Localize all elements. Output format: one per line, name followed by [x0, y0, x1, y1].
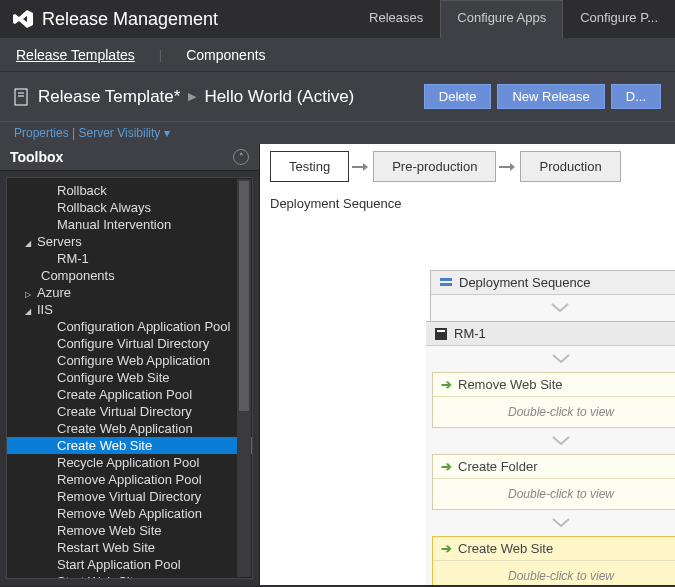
tree-item[interactable]: Create Web Application: [7, 420, 252, 437]
tree-item[interactable]: Remove Virtual Directory: [7, 488, 252, 505]
tree-container: RollbackRollback AlwaysManual Interventi…: [6, 177, 253, 579]
tree-item[interactable]: Configure Virtual Directory: [7, 335, 252, 352]
environment-tab[interactable]: Testing: [270, 151, 349, 182]
new-release-button[interactable]: New Release: [497, 84, 604, 109]
tree-item[interactable]: Components: [7, 267, 252, 284]
toolbox-title: Toolbox: [10, 149, 63, 165]
dropdown-icon[interactable]: ▾: [164, 126, 170, 140]
tree-item[interactable]: ▷Azure: [7, 284, 252, 301]
tree-item[interactable]: Create Web Site: [7, 437, 252, 454]
chevron-down-icon: [550, 301, 570, 315]
chevron-down-icon: [551, 352, 571, 366]
svg-rect-8: [437, 330, 445, 332]
tree-item[interactable]: Create Virtual Directory: [7, 403, 252, 420]
vs-logo-icon: [12, 8, 34, 30]
toolbox-header: Toolbox ˄: [0, 144, 259, 171]
properties-link[interactable]: Properties: [14, 126, 69, 140]
step-label: Create Web Site: [458, 541, 553, 556]
tree-item[interactable]: Configuration Application Pool: [7, 318, 252, 335]
server-icon: [434, 327, 448, 341]
tree-item[interactable]: ◢Servers: [7, 233, 252, 250]
content-area: Toolbox ˄ RollbackRollback AlwaysManual …: [0, 144, 675, 585]
tree-item[interactable]: Configure Web Application: [7, 352, 252, 369]
play-icon: ➔: [441, 459, 452, 474]
duplicate-button[interactable]: D...: [611, 84, 661, 109]
header-tab[interactable]: Releases: [352, 0, 440, 38]
chevron-right-icon: ▶: [188, 90, 196, 103]
toolbox-panel: Toolbox ˄ RollbackRollback AlwaysManual …: [0, 144, 260, 585]
page-title: Release Template*: [38, 87, 180, 107]
tree-item[interactable]: Remove Web Site: [7, 522, 252, 539]
app-header: Release Management ReleasesConfigure App…: [0, 0, 675, 38]
tree-item[interactable]: RM-1: [7, 250, 252, 267]
tree-item[interactable]: Remove Web Application: [7, 505, 252, 522]
svg-rect-7: [435, 328, 447, 340]
tree-item[interactable]: Rollback: [7, 182, 252, 199]
server-name: RM-1: [454, 326, 486, 341]
workflow-step[interactable]: ➔Create Web SiteDouble-click to view: [432, 536, 675, 585]
step-label: Create Folder: [458, 459, 537, 474]
divider: |: [159, 47, 162, 62]
scrollbar[interactable]: [237, 179, 251, 577]
step-hint: Double-click to view: [433, 561, 675, 585]
play-icon: ➔: [441, 541, 452, 556]
sequence-icon: [439, 276, 453, 290]
step-hint: Double-click to view: [433, 397, 675, 427]
toolbox-tree[interactable]: RollbackRollback AlwaysManual Interventi…: [7, 178, 252, 578]
tree-item[interactable]: Recycle Application Pool: [7, 454, 252, 471]
header-tab[interactable]: Configure Apps: [440, 0, 563, 38]
tree-item[interactable]: Restart Web Site: [7, 539, 252, 556]
server-node[interactable]: RM-1 ➔Remove Web SiteDouble-click to vie…: [426, 321, 675, 585]
header-tabs: ReleasesConfigure AppsConfigure P...: [352, 0, 675, 38]
tree-item[interactable]: Manual Intervention: [7, 216, 252, 233]
scrollbar-thumb[interactable]: [239, 181, 249, 411]
collapse-icon[interactable]: ˄: [233, 149, 249, 165]
tree-item[interactable]: ◢IIS: [7, 301, 252, 318]
workflow-step[interactable]: ➔Create FolderDouble-click to view: [432, 454, 675, 510]
tree-item[interactable]: Create Application Pool: [7, 386, 252, 403]
subnav-release-templates[interactable]: Release Templates: [16, 47, 135, 63]
subnav-components[interactable]: Components: [186, 47, 265, 63]
deployment-sequence-node[interactable]: Deployment Sequence RM-1 ➔Remove Web Sit…: [430, 270, 675, 585]
header-tab[interactable]: Configure P...: [563, 0, 675, 38]
document-icon: [14, 88, 30, 106]
workflow-step[interactable]: ➔Remove Web SiteDouble-click to view: [432, 372, 675, 428]
svg-rect-6: [440, 283, 452, 286]
step-hint: Double-click to view: [433, 479, 675, 509]
chevron-down-icon: [551, 516, 571, 530]
environment-tab[interactable]: Production: [520, 151, 620, 182]
tree-item[interactable]: Start Application Pool: [7, 556, 252, 573]
server-visibility-link[interactable]: Server Visibility: [79, 126, 161, 140]
app-title: Release Management: [42, 9, 218, 30]
environment-tabs: TestingPre-productionProduction: [270, 151, 621, 182]
tree-item[interactable]: Configure Web Site: [7, 369, 252, 386]
step-label: Remove Web Site: [458, 377, 563, 392]
action-buttons: Delete New Release D...: [424, 84, 661, 109]
tree-item[interactable]: Remove Application Pool: [7, 471, 252, 488]
properties-bar: Properties | Server Visibility ▾: [0, 122, 675, 144]
node-title: Deployment Sequence: [459, 275, 591, 290]
app-logo: Release Management: [12, 8, 218, 30]
workflow-canvas[interactable]: Deployment Sequence RM-1 ➔Remove Web Sit…: [260, 220, 675, 585]
sequence-label: Deployment Sequence: [270, 196, 402, 211]
environment-tab[interactable]: Pre-production: [373, 151, 496, 182]
subheader: Release Templates | Components: [0, 38, 675, 72]
arrow-right-icon: [499, 161, 517, 173]
designer-canvas: TestingPre-productionProduction Deployme…: [260, 144, 675, 585]
breadcrumb-item: Hello World (Active): [204, 87, 354, 107]
chevron-down-icon: [551, 434, 571, 448]
svg-rect-5: [440, 278, 452, 281]
tree-item[interactable]: Rollback Always: [7, 199, 252, 216]
breadcrumb: Release Template* ▶ Hello World (Active): [14, 87, 354, 107]
play-icon: ➔: [441, 377, 452, 392]
tree-item[interactable]: Start Web Site: [7, 573, 252, 578]
arrow-right-icon: [352, 161, 370, 173]
svg-rect-0: [15, 89, 27, 105]
breadcrumb-bar: Release Template* ▶ Hello World (Active)…: [0, 72, 675, 122]
delete-button[interactable]: Delete: [424, 84, 492, 109]
